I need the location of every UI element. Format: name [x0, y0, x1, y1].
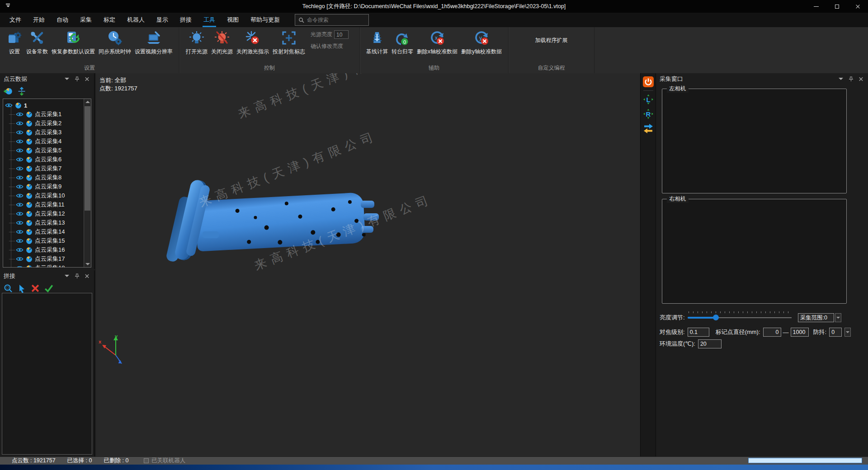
- panel-dropdown-icon[interactable]: [63, 273, 71, 279]
- eye-icon[interactable]: [16, 157, 24, 162]
- eye-icon[interactable]: [16, 256, 24, 262]
- tree-item[interactable]: 点云采集11: [5, 200, 83, 209]
- ribbon-button[interactable]: 关闭光源: [209, 28, 235, 57]
- scrollbar-thumb[interactable]: [85, 106, 90, 211]
- tree-item[interactable]: 点云采集12: [5, 209, 83, 218]
- viewport-3d[interactable]: 当前: 全部 点数: 1921757 来高科技(天津)有限公司 来高科技(天津)…: [96, 73, 640, 456]
- eye-icon[interactable]: [16, 211, 24, 216]
- menu-tab[interactable]: 文件: [4, 13, 27, 27]
- tree-item[interactable]: 点云采集18: [5, 263, 83, 268]
- brightness-value-input[interactable]: 10: [334, 30, 349, 39]
- slider-handle[interactable]: [713, 315, 719, 320]
- tree-item[interactable]: 点云采集13: [5, 218, 83, 227]
- menu-tab[interactable]: 视图: [221, 13, 245, 27]
- panel-dropdown-icon[interactable]: [63, 76, 71, 82]
- zoom-select-icon[interactable]: [4, 284, 13, 293]
- capture-range-field[interactable]: 采集范围:0: [798, 313, 834, 322]
- menu-tab[interactable]: 自动: [51, 13, 74, 27]
- antishake-dropdown[interactable]: [844, 328, 851, 337]
- tree-root-row[interactable]: 1: [5, 101, 83, 110]
- ribbon-button[interactable]: 打开光源: [184, 28, 209, 57]
- tree-item[interactable]: 点云采集15: [5, 236, 83, 245]
- quick-access-icon[interactable]: [5, 4, 11, 9]
- ribbon-button[interactable]: 恢复参数默认设置: [50, 28, 97, 57]
- tree-item[interactable]: 点云采集16: [5, 245, 83, 254]
- close-button[interactable]: [847, 0, 868, 13]
- eye-icon[interactable]: [16, 112, 24, 117]
- menu-tab[interactable]: 机器人: [121, 13, 151, 27]
- eye-icon[interactable]: [16, 139, 24, 144]
- ribbon-button[interactable]: 0 转台归零: [390, 28, 415, 57]
- tree-item[interactable]: 点云采集6: [5, 155, 83, 164]
- maximize-button[interactable]: [826, 0, 847, 13]
- eye-icon[interactable]: [16, 148, 24, 153]
- tree-item[interactable]: 点云采集1: [5, 110, 83, 119]
- confirm-icon[interactable]: [44, 284, 53, 293]
- eye-icon[interactable]: [16, 166, 24, 171]
- panel-pin-icon[interactable]: [847, 76, 854, 82]
- marker-max-input[interactable]: 1000: [791, 328, 809, 337]
- ribbon-button[interactable]: 设置: [5, 28, 24, 57]
- temperature-input[interactable]: 20: [698, 339, 722, 348]
- eye-icon[interactable]: [16, 130, 24, 135]
- menu-tab[interactable]: 工具: [198, 13, 221, 27]
- ribbon-button[interactable]: 基线计算: [364, 28, 390, 57]
- panel-close-icon[interactable]: [857, 76, 864, 82]
- tree-item[interactable]: 点云采集9: [5, 182, 83, 191]
- scroll-down-icon[interactable]: [85, 263, 90, 265]
- tree-item[interactable]: 点云采集8: [5, 173, 83, 182]
- eye-icon[interactable]: [16, 220, 24, 226]
- confirm-brightness-button[interactable]: 确认修改亮度: [311, 42, 343, 50]
- tree-item[interactable]: 点云采集3: [5, 128, 83, 137]
- left-camera-button[interactable]: L: [642, 94, 654, 105]
- menu-tab[interactable]: 拼接: [174, 13, 198, 27]
- tree-item[interactable]: 点云采集10: [5, 191, 83, 200]
- brightness-slider[interactable]: [688, 313, 792, 322]
- panel-pin-icon[interactable]: [73, 76, 80, 82]
- menu-tab[interactable]: 显示: [151, 13, 174, 27]
- tree-item[interactable]: 点云采集17: [5, 254, 83, 263]
- menu-tab[interactable]: 开始: [27, 13, 51, 27]
- eye-icon[interactable]: [16, 229, 24, 235]
- menu-tab[interactable]: 标定: [98, 13, 121, 27]
- panel-dropdown-icon[interactable]: [837, 76, 844, 82]
- minimize-button[interactable]: [806, 0, 826, 13]
- robot-link-checkbox[interactable]: [144, 458, 149, 463]
- ribbon-button[interactable]: 投射对焦标志: [271, 28, 307, 57]
- ribbon-button[interactable]: 关闭激光指示: [235, 28, 271, 57]
- eye-icon[interactable]: [16, 202, 24, 207]
- delete-selection-icon[interactable]: [31, 284, 40, 293]
- select-cursor-icon[interactable]: [17, 284, 26, 293]
- eye-icon[interactable]: [16, 247, 24, 253]
- ribbon-button[interactable]: y 删除y轴校准数据: [459, 28, 504, 57]
- ribbon-button[interactable]: 同步系统时钟: [97, 28, 133, 57]
- power-button[interactable]: [642, 76, 654, 88]
- marker-min-input[interactable]: 0: [763, 328, 781, 337]
- eye-icon[interactable]: [5, 103, 13, 108]
- tree-item[interactable]: 点云采集14: [5, 227, 83, 236]
- panel-pin-icon[interactable]: [73, 273, 80, 279]
- eye-icon[interactable]: [16, 175, 24, 180]
- eye-icon[interactable]: [16, 238, 24, 244]
- capture-range-dropdown[interactable]: [835, 313, 841, 322]
- right-camera-button[interactable]: R: [642, 108, 654, 120]
- tree-item[interactable]: 点云采集2: [5, 119, 83, 128]
- ribbon-button[interactable]: 加载程序扩展: [533, 28, 570, 46]
- tree-scrollbar[interactable]: [84, 99, 91, 267]
- tree-item[interactable]: 点云采集7: [5, 164, 83, 173]
- swap-cameras-button[interactable]: [642, 122, 654, 134]
- eye-icon[interactable]: [16, 193, 24, 198]
- ribbon-button[interactable]: 设置视频分辨率: [133, 28, 175, 57]
- antishake-input[interactable]: 0: [829, 328, 842, 337]
- menu-tab[interactable]: 帮助与更新: [245, 13, 286, 27]
- command-search-box[interactable]: [295, 14, 369, 26]
- ribbon-button[interactable]: 设备常数: [24, 28, 50, 57]
- menu-tab[interactable]: 采集: [74, 13, 98, 27]
- tree-item[interactable]: 点云采集5: [5, 146, 83, 155]
- tree-item[interactable]: 点云采集4: [5, 137, 83, 146]
- ribbon-button[interactable]: x 删除x轴校准数据: [415, 28, 459, 57]
- eye-icon[interactable]: [16, 265, 24, 268]
- focus-level-input[interactable]: 0.1: [688, 328, 709, 337]
- brightness-spinner[interactable]: [350, 30, 354, 39]
- eye-icon[interactable]: [16, 121, 24, 126]
